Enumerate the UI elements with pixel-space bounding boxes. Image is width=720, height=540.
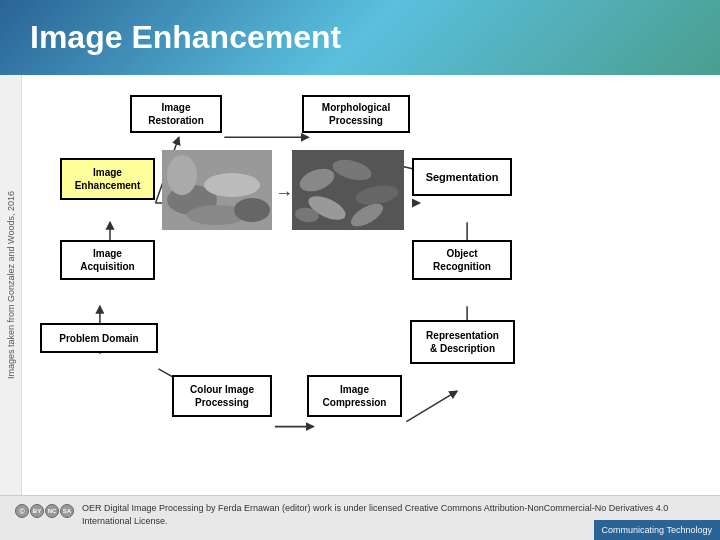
object-recognition-box: ObjectRecognition (412, 240, 512, 280)
representation-description-box: Representation& Description (410, 320, 515, 364)
main-content: Images taken from Gonzalez and Woods, 20… (0, 75, 720, 495)
svg-line-10 (406, 391, 457, 421)
image-compression-box: ImageCompression (307, 375, 402, 417)
cc-badge-sa: SA (60, 504, 74, 518)
segmentation-box: Segmentation (412, 158, 512, 196)
cc-badge-cc: © (15, 504, 29, 518)
diagram-arrows (22, 75, 720, 495)
header: Image Enhancement (0, 0, 720, 75)
left-image (162, 150, 272, 230)
colour-image-processing-box: Colour ImageProcessing (172, 375, 272, 417)
cc-icons: © BY NC SA (15, 504, 74, 518)
svg-point-18 (234, 198, 270, 222)
cc-badge-nc: NC (45, 504, 59, 518)
right-image (292, 150, 404, 230)
branding: Communicating Technology (594, 520, 720, 540)
cc-badge-by: BY (30, 504, 44, 518)
page-title: Image Enhancement (30, 19, 341, 56)
side-label-container: Images taken from Gonzalez and Woods, 20… (0, 75, 22, 495)
image-enhancement-box: ImageEnhancement (60, 158, 155, 200)
diagram-area: ImageRestoration MorphologicalProcessing… (22, 75, 720, 495)
center-arrow: → (275, 183, 293, 204)
svg-point-15 (204, 173, 260, 197)
problem-domain-box: Problem Domain (40, 323, 158, 353)
image-restoration-box: ImageRestoration (130, 95, 222, 133)
image-acquisition-box: ImageAcquisition (60, 240, 155, 280)
morphological-processing-box: MorphologicalProcessing (302, 95, 410, 133)
svg-point-17 (167, 155, 197, 195)
side-label-text: Images taken from Gonzalez and Woods, 20… (6, 191, 16, 379)
